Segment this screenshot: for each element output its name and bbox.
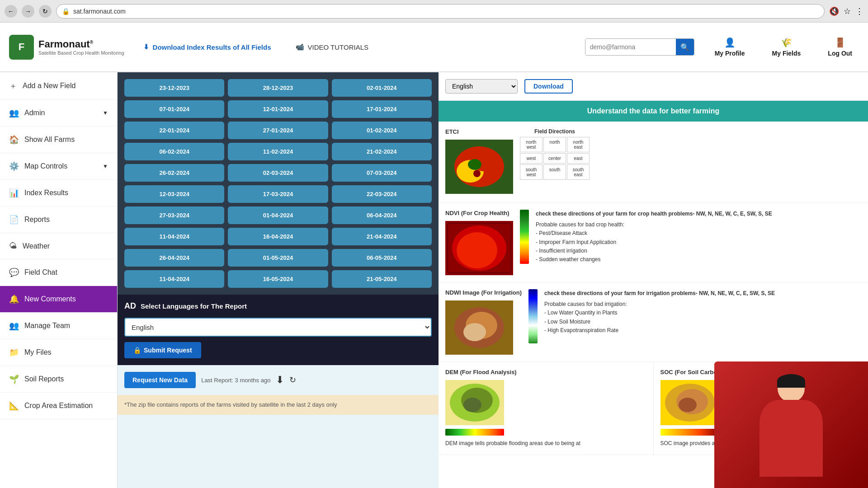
sidebar-item-crop-area[interactable]: 📐 Crop Area Estimation	[0, 393, 117, 419]
date-button[interactable]: 27-01-2024	[228, 122, 328, 139]
sidebar-item-reports[interactable]: 📄 Reports	[0, 206, 117, 233]
date-button[interactable]: 17-01-2024	[332, 100, 432, 118]
date-button[interactable]: 16-05-2024	[228, 270, 328, 288]
sidebar-item-index-results[interactable]: 📊 Index Results	[0, 180, 117, 206]
report-title: Select Languages for The Report	[141, 302, 247, 310]
last-report-text: Last Report: 3 months ago	[201, 377, 270, 384]
date-button[interactable]: 28-12-2023	[228, 79, 328, 97]
video-tutorials-button[interactable]: 📹 VIDEO TUTORIALS	[290, 39, 374, 55]
ndvi-description: check these directions of your farm for …	[536, 210, 772, 264]
date-button[interactable]: 07-01-2024	[124, 100, 224, 118]
download-report-button[interactable]: Download	[524, 79, 573, 94]
date-button[interactable]: 26-02-2024	[124, 164, 224, 182]
header-download-button[interactable]: ⬇ Download Index Results of All Fields	[138, 39, 277, 55]
download-arrow-icon: ⬇	[143, 43, 149, 51]
date-button[interactable]: 11-02-2024	[228, 143, 328, 160]
svg-point-8	[457, 232, 497, 268]
chevron-down-icon: ▼	[103, 110, 108, 116]
video-icon: 📹	[296, 43, 304, 51]
date-button[interactable]: 23-12-2023	[124, 79, 224, 97]
dem-image	[445, 380, 504, 425]
refresh-button[interactable]: ↻	[39, 5, 52, 18]
date-button[interactable]: 11-04-2024	[124, 228, 224, 245]
date-grid: 23-12-2023 28-12-2023 02-01-2024 07-01-2…	[118, 72, 439, 295]
date-button[interactable]: 27-03-2024	[124, 206, 224, 224]
request-bar: Request New Data Last Report: 3 months a…	[118, 365, 439, 395]
search-input[interactable]	[585, 39, 676, 55]
date-button[interactable]: 12-03-2024	[124, 185, 224, 203]
add-field-icon: ＋	[9, 80, 17, 91]
sidebar-item-my-files[interactable]: 📁 My Files	[0, 339, 117, 366]
lang-download-bar: English Hindi Spanish Download	[439, 72, 868, 101]
ndwi-description: check these directions of your farm for …	[544, 289, 775, 335]
url-bar[interactable]: 🔒 sat.farmonaut.com	[56, 4, 825, 19]
field-chat-icon: 💬	[9, 267, 19, 277]
logout-icon: 🚪	[835, 37, 846, 48]
language-select[interactable]: English Hindi Spanish French Portuguese	[124, 318, 432, 337]
report-language-select[interactable]: English Hindi Spanish	[445, 79, 518, 94]
forward-button[interactable]: →	[22, 5, 34, 18]
date-button[interactable]: 21-02-2024	[332, 143, 432, 160]
date-button[interactable]: 01-04-2024	[228, 206, 328, 224]
svg-point-17	[463, 398, 481, 412]
date-button[interactable]: 22-01-2024	[124, 122, 224, 139]
date-button[interactable]: 01-02-2024	[332, 122, 432, 139]
sidebar-item-show-all-farms[interactable]: 🏠 Show All Farms	[0, 127, 117, 153]
dir-nw: northwest	[520, 137, 542, 152]
sidebar-item-weather[interactable]: 🌤 Weather	[0, 233, 117, 259]
date-button[interactable]: 07-03-2024	[332, 164, 432, 182]
dir-s: south	[543, 164, 566, 180]
refresh-button[interactable]: ↻	[289, 375, 296, 385]
date-button[interactable]: 21-04-2024	[332, 228, 432, 245]
date-button[interactable]: 06-02-2024	[124, 143, 224, 160]
url-icon: 🔒	[62, 8, 70, 15]
request-new-data-button[interactable]: Request New Data	[124, 372, 196, 388]
svg-point-21	[679, 398, 697, 412]
search-area: 🔍	[585, 38, 694, 56]
submit-request-button[interactable]: 🔒 Submit Request	[124, 342, 201, 358]
date-button[interactable]: 26-04-2024	[124, 249, 224, 267]
date-button[interactable]: 17-03-2024	[228, 185, 328, 203]
my-profile-button[interactable]: 👤 My Profile	[708, 33, 752, 61]
back-button[interactable]: ←	[5, 5, 17, 18]
logo-icon: F	[9, 35, 34, 60]
soc-color-scale	[660, 429, 719, 436]
mute-icon: 🔇	[829, 6, 839, 16]
manage-team-icon: 👥	[9, 321, 19, 331]
etci-farm-image	[445, 140, 513, 194]
reports-icon: 📄	[9, 215, 19, 225]
dem-color-scale	[445, 429, 504, 436]
sidebar-item-manage-team[interactable]: 👥 Manage Team	[0, 313, 117, 339]
sidebar-item-field-chat[interactable]: 💬 Field Chat	[0, 259, 117, 286]
date-button[interactable]: 16-04-2024	[228, 228, 328, 245]
logo-text: Farmonaut® Satellite Based Crop Health M…	[38, 38, 124, 56]
sidebar-item-add-field[interactable]: ＋ Add a New Field	[0, 72, 117, 100]
index-results-icon: 📊	[9, 188, 19, 198]
sidebar-item-map-controls[interactable]: ⚙️ Map Controls ▼	[0, 153, 117, 180]
date-button[interactable]: 01-05-2024	[228, 249, 328, 267]
sidebar-item-new-comments[interactable]: 🔔 New Comments	[0, 286, 117, 313]
date-button[interactable]: 06-04-2024	[332, 206, 432, 224]
date-button[interactable]: 11-04-2024	[124, 270, 224, 288]
date-button[interactable]: 02-01-2024	[332, 79, 432, 97]
dir-e: east	[567, 153, 590, 164]
soil-reports-icon: 🌱	[9, 374, 19, 384]
download-zip-button[interactable]: ⬇	[276, 374, 284, 386]
date-button[interactable]: 21-05-2024	[332, 270, 432, 288]
brand-name: Farmonaut®	[38, 38, 124, 50]
map-controls-icon: ⚙️	[9, 161, 19, 171]
bookmark-icon: ☆	[844, 6, 851, 16]
my-fields-button[interactable]: 🌾 My Fields	[765, 33, 808, 61]
admin-icon: 👥	[9, 108, 19, 118]
fields-icon: 🌾	[781, 37, 792, 48]
date-button[interactable]: 02-03-2024	[228, 164, 328, 182]
log-out-button[interactable]: 🚪 Log Out	[821, 33, 859, 61]
date-button[interactable]: 12-01-2024	[228, 100, 328, 118]
sidebar-item-soil-reports[interactable]: 🌱 Soil Reports	[0, 366, 117, 393]
date-button[interactable]: 06-05-2024	[332, 249, 432, 267]
extend-icon: ⋮	[855, 6, 863, 16]
ndvi-color-scale	[520, 210, 529, 264]
date-button[interactable]: 22-03-2024	[332, 185, 432, 203]
search-button[interactable]: 🔍	[676, 39, 694, 55]
sidebar-item-admin[interactable]: 👥 Admin ▼	[0, 100, 117, 127]
